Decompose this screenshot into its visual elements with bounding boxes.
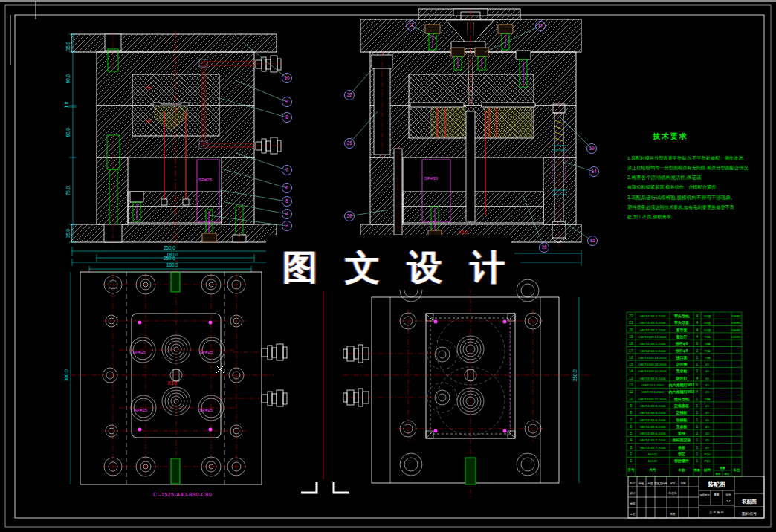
svg-text:250.0: 250.0 [164, 256, 175, 261]
svg-text:定模板: 定模板 [676, 410, 688, 415]
svg-text:设计: 设计 [630, 491, 636, 495]
svg-text:45: 45 [705, 383, 709, 387]
bom-header-cell: 数量 [693, 468, 700, 472]
dim-top: 250.0 180.0 [72, 256, 269, 272]
mold-base-code: CI-1525-A40-B90-C80 [153, 492, 212, 497]
k10-label: K10 [459, 230, 468, 235]
svg-text:18: 18 [629, 341, 633, 346]
sp-label-2: SP#25 [199, 350, 213, 354]
svg-text:GB/T4169.8-2006: GB/T4169.8-2006 [640, 418, 666, 422]
svg-text:共 张 第 张: 共 张 第 张 [709, 510, 723, 514]
svg-text:比例: 比例 [725, 493, 731, 496]
window-top-strip [0, 0, 776, 2]
left-rod [394, 149, 402, 235]
svg-text:T8A: T8A [704, 398, 710, 401]
svg-text:3.装配后进行试模检验,脱模机构不得有干涉现象,: 3.装配后进行试模检验,脱模机构不得有干涉现象, [627, 195, 732, 201]
svg-text:分区: 分区 [647, 482, 653, 485]
ejector-pin-dots [138, 321, 213, 432]
screw-plan-top [171, 273, 180, 292]
svg-text:4: 4 [696, 328, 699, 332]
guide-pillar [372, 52, 392, 159]
bom-header-cell: 序号 [627, 467, 636, 473]
bom-row: 2MJ-02型芯1P20 [630, 452, 711, 457]
bom-header-cell: 单件 [715, 473, 721, 476]
svg-text:22: 22 [629, 314, 633, 318]
svg-text:9: 9 [630, 403, 633, 408]
svg-text:处,加工不良,修模要求.: 处,加工不良,修模要求. [627, 214, 673, 220]
svg-text:45: 45 [705, 425, 709, 429]
bom-row: 13GB/T4169.9-2006限位钉445 [629, 376, 709, 381]
cooling-circle-dashed [427, 317, 505, 435]
k10-plan-label: K10 [168, 380, 177, 386]
support-pillar-label: SP#25 [198, 178, 213, 182]
svg-text:15: 15 [629, 362, 633, 366]
svg-text:14: 14 [629, 369, 633, 373]
balloon-number: 21 [346, 140, 352, 146]
svg-text:180.0: 180.0 [166, 262, 178, 267]
svg-text:45: 45 [705, 418, 709, 422]
svg-text:内六角螺钉M12: 内六角螺钉M12 [669, 383, 695, 388]
svg-text:涂上红铅粉均匀一分型面检查有无间隙,检查分型面配合情况.: 涂上红铅粉均匀一分型面检查有无间隙,检查分型面配合情况. [627, 165, 750, 171]
svg-text:MJ-01: MJ-01 [648, 459, 658, 463]
svg-text:1: 1 [696, 445, 699, 450]
svg-text:GB/T4169.2-2006: GB/T4169.2-2006 [640, 328, 666, 332]
section-view-right: SP#30 K10 111222212019141516 [345, 9, 599, 266]
svg-text:1: 1 [696, 458, 699, 463]
bom-header-cell: 总计 [724, 473, 730, 476]
screw-plan-bottom [171, 458, 180, 484]
svg-text:45: 45 [705, 363, 709, 366]
center-water-fittings [343, 345, 369, 406]
svg-text:GB/T4169.7-2006: GB/T4169.7-2006 [640, 438, 666, 442]
svg-text:阶段标记: 阶段标记 [700, 493, 711, 496]
svg-text:1: 1 [630, 458, 633, 463]
sp-label-4: SP#25 [199, 408, 213, 412]
svg-text:20钢: 20钢 [704, 321, 711, 325]
svg-text:带头导套: 带头导套 [674, 320, 690, 325]
drawing-title: 装配图 [707, 481, 725, 488]
svg-text:5: 5 [630, 431, 633, 435]
bom-header-cell: 备注 [733, 468, 741, 472]
balloon-number: 16 [541, 244, 547, 250]
svg-text:6: 6 [696, 383, 699, 387]
svg-text:MJ-02: MJ-02 [648, 452, 658, 456]
svg-text:1: 1 [696, 438, 699, 442]
svg-text:定模座板: 定模座板 [673, 403, 690, 409]
svg-text:GB/T70.1-2000: GB/T70.1-2000 [641, 383, 665, 387]
svg-text:250.0: 250.0 [164, 245, 175, 250]
dim-bottom-right [514, 250, 581, 266]
svg-text:更改文件号: 更改文件号 [654, 481, 667, 485]
svg-text:推杆固定板: 推杆固定板 [672, 438, 692, 443]
drawing-canvas[interactable]: SP#25 [0, 0, 776, 532]
svg-text:45: 45 [705, 411, 709, 415]
balloon-number: 4 [285, 211, 288, 216]
balloon-number: 11 [409, 22, 414, 27]
svg-text:80.0: 80.0 [65, 74, 71, 83]
support-pillar-right-label: SP#30 [424, 176, 439, 181]
svg-text:1: 1 [696, 403, 699, 408]
svg-text:8: 8 [630, 410, 633, 415]
plate-holes [103, 275, 245, 476]
bom-header-cell: 重量 [719, 466, 725, 470]
svg-text:日期: 日期 [680, 482, 686, 485]
svg-text:13: 13 [629, 376, 633, 380]
svg-text:75.0: 75.0 [65, 186, 71, 195]
svg-text:P20: P20 [705, 459, 711, 463]
svg-text:审核: 审核 [630, 502, 636, 505]
svg-text:6: 6 [696, 341, 699, 346]
svg-text:型芯: 型芯 [678, 452, 685, 457]
svg-text:6: 6 [630, 424, 633, 429]
dim-chain-left: 35.0 80.0 1.0 80.0 75.0 35.0 [64, 34, 77, 242]
bom-row: 1MJ-01型腔镶件1P20 [630, 458, 711, 464]
svg-text:56HRC: 56HRC [731, 335, 742, 339]
svg-text:GB/T4169.8-2006: GB/T4169.8-2006 [640, 425, 666, 429]
svg-text:直导套: 直导套 [676, 328, 688, 333]
svg-text:45: 45 [705, 432, 709, 435]
svg-text:支承板: 支承板 [676, 424, 688, 429]
svg-text:支承柱: 支承柱 [676, 369, 688, 374]
bom-row: 15GB/T4169.18-2006定位圈145 [629, 362, 709, 367]
svg-text:2: 2 [696, 348, 699, 353]
balloon-number: 3 [285, 223, 288, 228]
svg-text:1.装配时模具分型面要平整贴合,不平整处修配一侧作改进,: 1.装配时模具分型面要平整贴合,不平整处修配一侧作改进, [627, 155, 744, 161]
x-mark [216, 365, 224, 374]
screw-center-bottom [465, 458, 476, 484]
